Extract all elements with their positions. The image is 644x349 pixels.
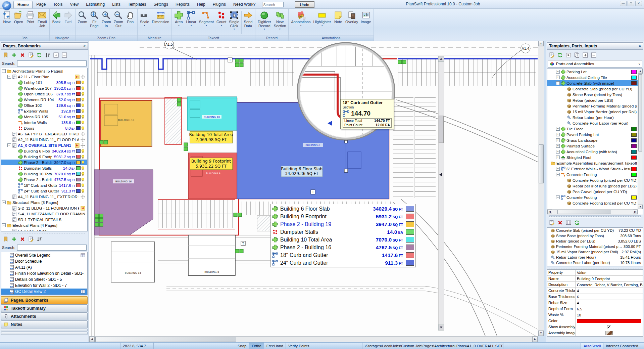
close-icon[interactable]: ✕ [635, 1, 642, 6]
bookmark-row-a4-11-a[interactable]: A4.11 (A) [1, 264, 87, 270]
visibility-bulb-icon[interactable] [81, 115, 85, 119]
panel-tab-notes[interactable]: Notes [1, 320, 88, 328]
quick-search-input[interactable] [262, 2, 284, 7]
splitter-handle[interactable] [549, 215, 641, 218]
template-row-paved-parking-lot[interactable]: +Paved Parking Lot [547, 132, 638, 137]
move-page-icon[interactable] [81, 132, 85, 136]
tree-expand-icon[interactable]: − [556, 81, 560, 85]
menu-tab-templates[interactable]: Templates [124, 1, 150, 8]
visibility-bulb-icon[interactable] [81, 120, 85, 125]
app-orb-icon[interactable] [2, 1, 12, 11]
page-row-s-2-11-bldg-11-foundation-plan[interactable]: S-2_11 BLDG - 11 FOUNDATION PLAN [1, 205, 87, 211]
template-row-rebar-priced-per-lbs[interactable]: Rebar (priced per LBS) [547, 97, 638, 103]
visibility-bulb-icon[interactable] [81, 183, 85, 188]
dumpster-stall-marker[interactable] [238, 213, 242, 217]
color-swatch[interactable] [631, 173, 637, 177]
bookmark-row-door-schedule[interactable]: Door Schedule [1, 258, 87, 264]
linear-button[interactable]: Linear▾ [185, 10, 198, 27]
dumpster-stall-marker[interactable] [235, 63, 239, 67]
template-row-6-exterior-walls-wood-studs-insulated[interactable]: +6" Exterior Walls - Wood Studs - Insula… [547, 166, 638, 172]
color-swatch[interactable] [631, 138, 637, 142]
dumpster-stall-marker[interactable] [184, 147, 188, 151]
color-swatch[interactable] [631, 70, 637, 74]
takeoff-item-row-womens-rr-104[interactable]: Womens RR 10452.0SQ FT [1, 97, 87, 102]
highlighter-button[interactable]: Highlighter▾ [312, 10, 332, 27]
panel-tab-takeoff-summary[interactable]: Takeoff Summary [1, 304, 88, 312]
pages-search-input[interactable] [17, 60, 87, 67]
toggle-freehand[interactable]: FreeHand [264, 343, 286, 349]
zoom-in-button[interactable]: Zoom In [100, 10, 112, 28]
delete-icon[interactable] [20, 236, 25, 242]
scroll-right-icon[interactable]: ▶ [532, 337, 538, 342]
minimize-icon[interactable]: — [620, 1, 627, 6]
canvas-horizontal-scrollbar[interactable]: ◀ ▶ [89, 336, 538, 342]
property-value[interactable]: 4 [577, 301, 579, 305]
color-swatch[interactable] [631, 167, 637, 171]
view-grid-icon[interactable] [81, 253, 85, 258]
page-row-a6-6a-typ-b-enlarged-ti-rcp[interactable]: A6_6A TYP B_ ENLARGED TI RCP [1, 131, 87, 137]
highlight-flag-icon[interactable] [75, 75, 80, 79]
menu-tab-help[interactable]: Help [193, 1, 209, 8]
template-row-acoustical-ceiling-with-tabs[interactable]: +Acoustical Ceiling (with tabs) [547, 149, 638, 155]
template-row-stone-base-priced-by-tons[interactable]: Stone Base (priced by Tons) [547, 92, 638, 97]
legend-row-24-curb-and-gutter[interactable]: 24" Curb and Gutter911.3FT [272, 259, 414, 267]
tree-expand-icon[interactable]: − [2, 201, 6, 204]
color-swatch[interactable] [76, 86, 81, 90]
template-row-painted-surface[interactable]: +Painted Surface [547, 143, 638, 149]
takeoff-item-row-mens-rr-105[interactable]: Mens RR 10551.6SQ FT [1, 114, 87, 120]
color-swatch[interactable] [631, 144, 637, 148]
template-row-example-assemblies-linear-segment-takeof[interactable]: Example Assemblies (Linear/Segment Takeo… [547, 160, 638, 166]
menu-tab-need-work[interactable]: Need Work? [230, 1, 259, 8]
zoom-out-button[interactable]: Zoom Out [112, 10, 125, 28]
takeoff-item-row-24-curb-and-gutter[interactable]: 24" Curb and Gutter911.3FT [1, 188, 87, 194]
property-value[interactable]: 6 [577, 295, 579, 299]
move-page-icon[interactable] [81, 143, 85, 148]
takeoff-item-row-doors[interactable]: Doors8.0EA [1, 125, 87, 131]
tree-expand-icon[interactable]: − [2, 223, 6, 227]
part-row-15-mil-vapor-barrier-priced-per-roll[interactable]: 15 mil Vapor Barrier (priced per Roll)2.… [547, 249, 643, 255]
dumpster-stall-marker[interactable] [95, 218, 99, 222]
templates-tree-vscrollbar[interactable]: ▲ ▼ [638, 69, 643, 209]
visibility-bulb-icon[interactable] [81, 86, 85, 91]
part-row-concrete-slab-priced-per-cu-yd[interactable]: Concrete Slab (priced per CU YD)73.23 CU… [547, 228, 643, 233]
new-section-button[interactable]: New Section▾ [273, 10, 288, 30]
template-row-grass-landscape[interactable]: +Grass Landscape [547, 137, 638, 143]
menu-tab-reports[interactable]: Reports [172, 1, 193, 8]
dumpster-stall-marker[interactable] [240, 63, 243, 67]
tree-expand-icon[interactable]: − [556, 195, 560, 199]
plan-canvas[interactable]: Building 10 Total Area 7,069.98 SQ FT Bu… [89, 41, 538, 336]
single-click-button[interactable]: Single Click▾ [228, 10, 241, 30]
overlay-button[interactable]: Overlay [344, 10, 359, 24]
property-value[interactable]: Concrete, Rebar, V Barrier, Forming, Bas… [577, 283, 643, 287]
color-swatch[interactable] [76, 178, 81, 181]
color-swatch[interactable] [76, 172, 81, 176]
takeoff-item-row-phase-2-building-19[interactable]: Phase 2 - Building 193947.0SQ FT [1, 160, 87, 165]
tree-expand-icon[interactable]: + [556, 127, 560, 131]
dumpster-stall-marker[interactable] [234, 213, 237, 217]
color-swatch[interactable] [631, 133, 637, 137]
takeoff-item-row-lobby-101[interactable]: Lobby 101305.5SQ FT [1, 80, 87, 85]
property-value[interactable]: 6.5 [577, 307, 582, 311]
menu-tab-tools[interactable]: Tools [49, 1, 66, 8]
bookmark-row-details-on-sheet-sd1-5[interactable]: Details on Sheet - SD1 - 5 [1, 276, 87, 282]
part-row-stone-base-priced-by-tons[interactable]: Stone Base (priced by Tons)208.69 Tons [547, 233, 643, 238]
pan-button[interactable]: Pan [125, 10, 136, 24]
props-icon[interactable] [28, 52, 34, 58]
zoom-button[interactable]: Zoom [77, 10, 89, 24]
image-button[interactable]: Image [359, 10, 373, 24]
page-row-a2-11-floor-plan[interactable]: −A2.11 - Floor Plan [1, 74, 87, 80]
sort-icon[interactable] [37, 236, 42, 242]
takeoff-item-row-building-9-footprint[interactable]: Building 9 Footprint5931.2SQ FT [1, 154, 87, 160]
splitter-handle[interactable] [3, 232, 85, 234]
color-swatch[interactable] [76, 155, 81, 159]
legend-row-dumpster-stalls[interactable]: Dumpster Stalls14.0EA [272, 228, 414, 236]
collapse-panel-icon[interactable]: « [83, 44, 86, 48]
collapse-icon[interactable] [62, 52, 67, 58]
maximize-icon[interactable]: □ [628, 1, 634, 6]
menu-tab-home[interactable]: Home [13, 1, 33, 8]
building-9-label[interactable]: Building 9 Footprint 5,931.22 SQ FT [190, 158, 233, 170]
color-swatch[interactable] [76, 109, 81, 113]
add-icon[interactable] [11, 236, 17, 242]
template-row-concrete-footing-priced-per-cu-yd[interactable]: Concrete Footing (priced per CU YD) [547, 177, 638, 183]
takeoff-item-row-phase-2-building-16[interactable]: Phase 2 - Building 164767.5SQ FT [1, 177, 87, 182]
